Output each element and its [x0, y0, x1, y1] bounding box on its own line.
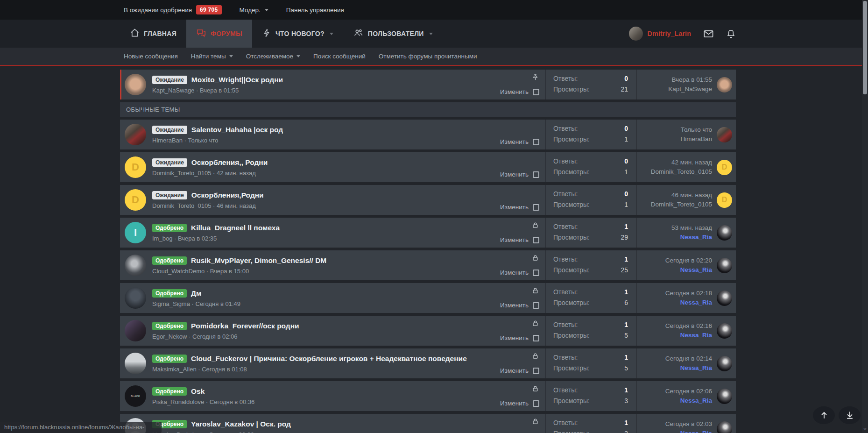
last-post-date-link[interactable]: Сегодня в 02:03 — [665, 419, 712, 429]
thread-row[interactable]: Одобрено Дм Sigma_Sigma · Сегодня в 01:4… — [120, 283, 736, 313]
lastpost-avatar[interactable] — [717, 77, 732, 92]
thread-row[interactable]: D Ожидание Оскорбления,, Родни Dominik_T… — [120, 152, 736, 182]
nav-home[interactable]: ГЛАВНАЯ — [120, 20, 186, 48]
thread-row[interactable]: Ожидание Moxito_Wright||Оск родни Kapt_N… — [120, 70, 736, 99]
lastpost-avatar[interactable] — [717, 356, 732, 371]
last-post-date-link[interactable]: Сегодня в 02:06 — [665, 387, 712, 396]
edit-link[interactable]: Изменить — [500, 171, 529, 178]
last-post-author-link[interactable]: Nessa_Ria — [665, 298, 712, 307]
lastpost-avatar[interactable] — [717, 291, 732, 306]
thread-select-checkbox[interactable] — [533, 368, 539, 374]
nav-whats-new[interactable]: ЧТО НОВОГО? — [252, 20, 343, 48]
moderator-menu[interactable]: Модер. — [240, 7, 268, 14]
subnav-watched[interactable]: Отслеживаемое — [246, 53, 300, 60]
thread-row[interactable]: Одобрено Rusik_MvpPlayer, Dimon_Genesis/… — [120, 250, 736, 280]
thread-author-link[interactable]: Cloud_WatchDemo — [152, 268, 205, 275]
lastpost-avatar[interactable] — [717, 225, 732, 241]
account-menu[interactable]: Dmitriy_Larin — [629, 27, 691, 41]
thread-select-checkbox[interactable] — [533, 400, 539, 407]
thread-title-link[interactable]: Pomidorka_Forever//оск родни — [191, 322, 299, 330]
control-panel-link[interactable]: Панель управления — [286, 7, 344, 14]
edit-link[interactable]: Изменить — [500, 400, 529, 407]
last-post-date-link[interactable]: Только что — [680, 125, 712, 135]
last-post-date-link[interactable]: Сегодня в 02:18 — [665, 289, 712, 298]
edit-link[interactable]: Изменить — [500, 334, 529, 341]
thread-select-checkbox[interactable] — [533, 302, 539, 309]
last-post-author-link[interactable]: HimeraBan — [680, 135, 712, 144]
nav-users[interactable]: ПОЛЬЗОВАТЕЛИ — [343, 20, 443, 48]
scrollbar-track[interactable]: ⌄ — [862, 0, 868, 433]
last-post-date-link[interactable]: Сегодня в 02:20 — [665, 256, 712, 265]
thread-row[interactable]: Одобрено Cloud_Fuckerov | Причина: Оскор… — [120, 348, 736, 378]
thread-select-checkbox[interactable] — [533, 270, 539, 276]
thread-author-link[interactable]: Dominik_Toreto_0105 — [152, 170, 211, 177]
thread-title-link[interactable]: Оскорбления,Родни — [191, 191, 264, 199]
tab-forums[interactable]: ФОРУМЫ — [186, 20, 252, 48]
lastpost-avatar[interactable]: D — [717, 192, 732, 208]
thread-row[interactable]: BLACK Одобрено Osk Piska_Ronaldolove · С… — [120, 381, 736, 411]
thread-title-link[interactable]: Rusik_MvpPlayer, Dimon_Genesis// DM — [191, 256, 326, 265]
last-post-date-link[interactable]: Вчера в 01:55 — [668, 75, 712, 85]
subnav-mark-read[interactable]: Отметить форумы прочитанными — [379, 53, 477, 60]
thread-avatar[interactable]: D — [125, 189, 146, 211]
edit-link[interactable]: Изменить — [500, 138, 529, 145]
last-post-date-link[interactable]: Сегодня в 02:16 — [665, 321, 712, 331]
edit-link[interactable]: Изменить — [500, 269, 529, 276]
alerts-button[interactable] — [726, 28, 736, 39]
edit-link[interactable]: Изменить — [500, 88, 529, 95]
last-post-author-link[interactable]: Nessa_Ria — [665, 363, 712, 373]
edit-link[interactable]: Изменить — [500, 236, 529, 243]
thread-row[interactable]: Одобрено Yaroslav_Kazakov | Оск. род Mak… — [120, 414, 736, 433]
thread-title-link[interactable]: Osk — [191, 387, 205, 396]
thread-row[interactable]: Ожидание Salentov_Hahaha |оск род Himera… — [120, 120, 736, 149]
thread-author-link[interactable]: Sigma_Sigma — [152, 300, 190, 307]
pending-approval-link[interactable]: В ожидании одобрения 69 705 — [124, 5, 222, 14]
thread-avatar[interactable]: BLACK — [125, 385, 146, 407]
last-post-date-link[interactable]: 53 мин. назад — [671, 223, 712, 233]
thread-select-checkbox[interactable] — [533, 139, 539, 145]
last-post-author-link[interactable]: Nessa_Ria — [671, 233, 712, 242]
subnav-new-posts[interactable]: Новые сообщения — [124, 53, 178, 60]
inbox-button[interactable] — [703, 28, 714, 39]
thread-avatar[interactable]: I — [125, 222, 146, 243]
edit-link[interactable]: Изменить — [500, 204, 529, 211]
thread-author-link[interactable]: Piska_Ronaldolove — [152, 398, 204, 405]
thread-avatar[interactable] — [125, 320, 146, 341]
last-post-author-link[interactable]: Nessa_Ria — [665, 265, 712, 275]
lastpost-avatar[interactable] — [717, 258, 732, 273]
scrollbar-thumb[interactable] — [863, 1, 867, 94]
last-post-date-link[interactable]: 42 мин. назад — [651, 158, 712, 167]
last-post-author-link[interactable]: Nessa_Ria — [665, 429, 712, 433]
thread-select-checkbox[interactable] — [533, 237, 539, 243]
last-post-author-link[interactable]: Dominik_Toreto_0105 — [651, 200, 712, 209]
edit-link[interactable]: Изменить — [500, 367, 529, 374]
thread-row[interactable]: Одобрено Pomidorka_Forever//оск родни Eg… — [120, 316, 736, 346]
lastpost-avatar[interactable] — [717, 389, 732, 404]
thread-select-checkbox[interactable] — [533, 171, 539, 178]
thread-select-checkbox[interactable] — [533, 204, 539, 211]
lastpost-avatar[interactable] — [717, 127, 732, 142]
lastpost-avatar[interactable] — [717, 421, 732, 433]
last-post-author-link[interactable]: Nessa_Ria — [665, 396, 712, 405]
subnav-search-posts[interactable]: Поиск сообщений — [313, 53, 366, 60]
last-post-author-link[interactable]: Nessa_Ria — [665, 331, 712, 340]
last-post-author-link[interactable]: Kapt_NaSwage — [668, 85, 712, 94]
lastpost-avatar[interactable]: D — [717, 160, 732, 175]
thread-title-link[interactable]: Yaroslav_Kazakov | Оск. род — [191, 420, 291, 428]
last-post-date-link[interactable]: 46 мин. назад — [651, 191, 712, 200]
thread-title-link[interactable]: Killua_Dragneel ll помеха — [191, 224, 280, 232]
thread-title-link[interactable]: Дм — [191, 289, 202, 298]
thread-author-link[interactable]: HimeraBan — [152, 137, 183, 144]
thread-select-checkbox[interactable] — [533, 89, 539, 95]
thread-author-link[interactable]: Dominik_Toreto_0105 — [152, 202, 211, 209]
edit-link[interactable]: Изменить — [500, 302, 529, 309]
subnav-find-threads[interactable]: Найти темы — [191, 53, 233, 60]
thread-select-checkbox[interactable] — [533, 335, 539, 341]
thread-row[interactable]: D Ожидание Оскорбления,Родни Dominik_Tor… — [120, 185, 736, 215]
thread-author-link[interactable]: Maksimka_Allen — [152, 366, 197, 373]
thread-title-link[interactable]: Salentov_Hahaha |оск род — [191, 126, 283, 134]
thread-title-link[interactable]: Оскорбления,, Родни — [191, 158, 268, 167]
thread-author-link[interactable]: Egor_Nekow — [152, 333, 187, 340]
thread-title-link[interactable]: Cloud_Fuckerov | Причина: Оскорбление иг… — [191, 355, 467, 363]
thread-avatar[interactable] — [125, 255, 146, 276]
